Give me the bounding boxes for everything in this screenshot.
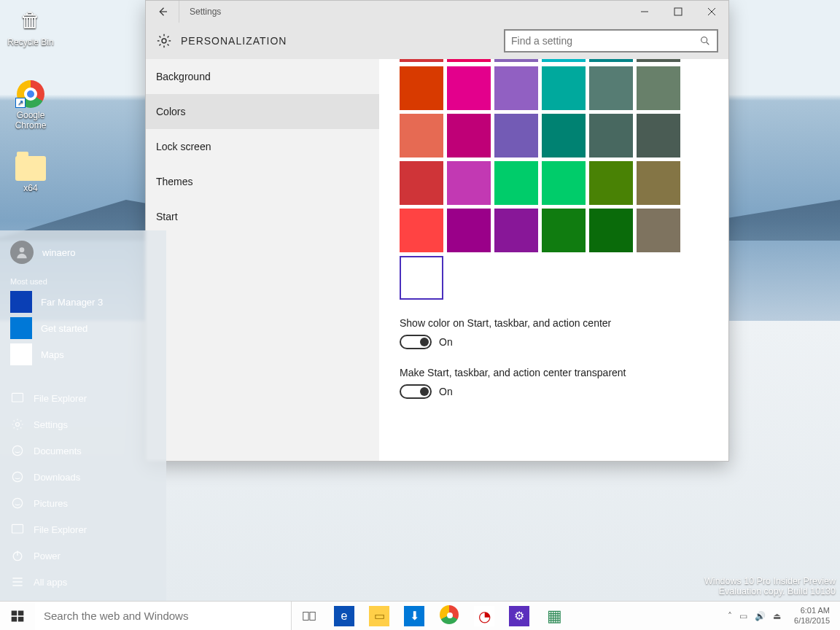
color-swatch[interactable] — [637, 209, 680, 252]
color-swatch[interactable] — [400, 114, 443, 158]
tray-action-center-icon[interactable]: ▭ — [739, 611, 747, 621]
search-icon — [699, 35, 711, 47]
maximize-button[interactable] — [661, 1, 695, 23]
color-swatch[interactable] — [400, 209, 443, 252]
start-item-file-explorer[interactable]: File Explorer — [0, 516, 166, 542]
color-swatch[interactable] — [589, 66, 633, 110]
taskbar-store[interactable]: ⬇ — [397, 602, 432, 631]
start-item-all-apps[interactable]: All apps — [0, 569, 166, 595]
taskbar-edge[interactable]: e — [327, 602, 362, 631]
color-swatch[interactable] — [400, 59, 443, 62]
close-button[interactable] — [695, 1, 728, 23]
show-color-toggle[interactable] — [400, 335, 432, 349]
nav-item-background[interactable]: Background — [146, 59, 379, 94]
desktop-icon-chrome[interactable]: ↗ Google Chrome — [3, 80, 58, 131]
svg-point-6 — [12, 446, 22, 455]
start-user-row[interactable]: winaero — [0, 230, 166, 274]
color-swatch[interactable] — [447, 209, 491, 252]
taskbar-regedit[interactable]: ▦ — [537, 602, 572, 631]
color-swatch[interactable] — [494, 66, 538, 110]
file-explorer-icon — [10, 391, 25, 405]
taskbar-task-view[interactable] — [292, 602, 327, 631]
minimize-button[interactable] — [628, 1, 661, 23]
color-swatch[interactable] — [494, 59, 538, 62]
color-swatch[interactable] — [589, 114, 633, 158]
desktop-icon-recycle-bin[interactable]: 🗑 Recycle Bin — [3, 4, 58, 47]
color-swatch[interactable] — [447, 66, 491, 110]
color-swatch[interactable] — [542, 161, 586, 205]
taskbar-apps: e ▭ ⬇ ◔ ⚙ ▦ — [292, 602, 572, 630]
tray-volume-icon[interactable]: 🔊 — [755, 611, 766, 621]
start-item-label: Pictures — [34, 498, 68, 509]
settings-search-box[interactable] — [504, 29, 718, 52]
color-swatch[interactable] — [589, 59, 633, 62]
back-button[interactable] — [146, 1, 179, 23]
start-menu: winaero Most used Far Manager 3Get start… — [0, 230, 166, 601]
start-button[interactable] — [0, 602, 35, 630]
color-swatch[interactable] — [589, 209, 633, 252]
color-swatch[interactable] — [447, 59, 491, 62]
svg-rect-14 — [18, 616, 24, 621]
show-color-label: Show color on Start, taskbar, and action… — [400, 317, 708, 329]
folder-icon: ▭ — [369, 606, 389, 626]
start-item-power[interactable]: Power — [0, 542, 166, 569]
color-swatch[interactable] — [494, 209, 538, 252]
tray-hardware-icon[interactable]: ⏏ — [773, 611, 781, 621]
color-swatch[interactable] — [447, 114, 491, 158]
taskbar-irfanview[interactable]: ◔ — [467, 602, 502, 631]
nav-item-start[interactable]: Start — [146, 199, 379, 234]
user-avatar-icon — [10, 241, 34, 264]
svg-point-7 — [12, 472, 22, 481]
nav-item-themes[interactable]: Themes — [146, 164, 379, 199]
color-swatch[interactable] — [637, 161, 680, 205]
color-swatch[interactable] — [542, 66, 586, 110]
store-icon: ⬇ — [404, 606, 424, 626]
shortcut-arrow-icon: ↗ — [15, 98, 26, 108]
color-swatch[interactable] — [400, 66, 443, 110]
desktop-icon-label: Recycle Bin — [3, 37, 58, 47]
start-item-pictures[interactable]: Pictures — [0, 490, 166, 516]
all-apps-icon — [10, 575, 25, 589]
color-swatch[interactable] — [400, 161, 443, 205]
tray-chevron-icon[interactable]: ˄ — [728, 611, 732, 621]
build-watermark: Windows 10 Pro Insider Preview Evaluatio… — [704, 576, 836, 596]
tray-clock[interactable]: 6:01 AM 6/18/2015 — [788, 606, 836, 625]
color-swatch[interactable] — [637, 59, 680, 62]
start-item-documents[interactable]: Documents — [0, 438, 166, 464]
window-titlebar[interactable]: Settings — [146, 1, 728, 23]
start-item-get-started[interactable]: Get started — [0, 315, 166, 341]
svg-point-1 — [162, 39, 166, 43]
minimize-icon — [640, 7, 649, 16]
nav-item-lock-screen[interactable]: Lock screen — [146, 129, 379, 164]
color-swatch[interactable] — [589, 161, 633, 205]
nav-item-colors[interactable]: Colors — [146, 94, 379, 129]
start-item-maps[interactable]: Maps — [0, 341, 166, 368]
documents-icon — [10, 443, 25, 458]
color-swatch[interactable] — [542, 114, 586, 158]
app-tile-icon — [10, 291, 32, 313]
folder-icon — [15, 156, 46, 181]
start-item-far-manager-3[interactable]: Far Manager 3 — [0, 289, 166, 315]
taskbar-chrome[interactable] — [432, 602, 467, 631]
start-item-label: File Explorer — [34, 524, 87, 535]
settings-search-input[interactable] — [511, 35, 699, 47]
color-swatch[interactable] — [542, 59, 586, 62]
color-swatch[interactable] — [637, 114, 680, 158]
taskbar-settings[interactable]: ⚙ — [502, 602, 537, 631]
taskbar-search[interactable] — [35, 602, 292, 630]
color-swatch[interactable] — [494, 114, 538, 158]
system-tray: ˄ ▭ 🔊 ⏏ 6:01 AM 6/18/2015 — [723, 602, 840, 630]
start-item-settings[interactable]: Settings — [0, 411, 166, 438]
color-swatch[interactable] — [494, 161, 538, 205]
color-swatch[interactable] — [542, 209, 586, 252]
color-swatch-selected[interactable] — [400, 256, 443, 300]
color-swatch[interactable] — [637, 66, 680, 110]
transparency-toggle[interactable] — [400, 384, 432, 399]
taskbar-search-input[interactable] — [44, 610, 282, 622]
taskbar-explorer[interactable]: ▭ — [362, 602, 397, 631]
desktop-icon-x64-folder[interactable]: x64 — [3, 156, 58, 193]
start-item-downloads[interactable]: Downloads — [0, 464, 166, 490]
color-swatch[interactable] — [447, 161, 491, 205]
start-item-file-explorer[interactable]: File Explorer — [0, 385, 166, 411]
downloads-icon — [10, 470, 25, 484]
